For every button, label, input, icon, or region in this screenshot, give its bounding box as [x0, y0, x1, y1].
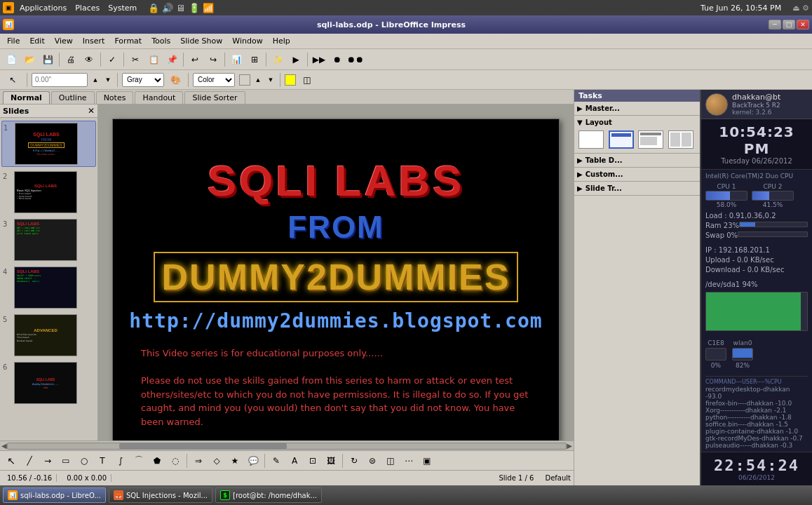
menu-file[interactable]: File	[3, 35, 24, 47]
layout-title[interactable]	[609, 130, 634, 149]
rect-tool[interactable]: ▭	[57, 453, 74, 469]
fill-spin-dn[interactable]: ▼	[266, 76, 276, 83]
scrollbar-thumb[interactable]	[119, 443, 287, 449]
open-button[interactable]: 📂	[21, 52, 38, 67]
tab-handout[interactable]: Handout	[135, 91, 183, 104]
align-tool[interactable]: ⊜	[364, 453, 381, 469]
table-section-header[interactable]: ▶ Table D...	[577, 155, 697, 166]
callout-tool[interactable]: 💬	[245, 453, 262, 469]
paste-button[interactable]: 📌	[163, 52, 180, 67]
cut-button[interactable]: ✂	[127, 52, 144, 67]
taskbar-item-impress[interactable]: 📊 sqli-labs.odp - LibreO...	[3, 487, 106, 503]
places-menu[interactable]: Places	[75, 4, 100, 13]
save-button[interactable]: 💾	[39, 52, 56, 67]
menu-tools[interactable]: Tools	[147, 35, 175, 47]
slide-trans-header[interactable]: ▶ Slide Tr...	[577, 183, 697, 194]
system-menu[interactable]: System	[108, 4, 137, 13]
insert-image[interactable]: 🖼	[323, 453, 339, 469]
fontwork-tool[interactable]: A	[286, 453, 303, 469]
redo-button[interactable]: ↪	[205, 52, 222, 67]
taskbar-item-terminal[interactable]: $ [root@bt: /home/dhak...	[215, 487, 322, 503]
position-spin-up[interactable]: ▲	[90, 76, 100, 83]
menu-insert[interactable]: Insert	[79, 35, 109, 47]
position-input[interactable]	[32, 73, 88, 87]
layout-section-header[interactable]: ▼ Layout	[577, 117, 697, 128]
menu-help[interactable]: Help	[269, 35, 295, 47]
menu-window[interactable]: Window	[228, 35, 266, 47]
layout-blank[interactable]	[578, 130, 604, 149]
cpu1-bar	[705, 191, 747, 201]
slides-panel-close[interactable]: ✕	[88, 106, 95, 116]
menu-view[interactable]: View	[50, 35, 77, 47]
tab-slide-sorter[interactable]: Slide Sorter	[184, 91, 245, 104]
pointer-tool[interactable]: ↖	[3, 453, 20, 469]
circle-tool[interactable]: ◌	[167, 453, 184, 469]
draw-extra[interactable]: ▣	[419, 453, 435, 469]
line-tool[interactable]: ╱	[21, 453, 38, 469]
record2-button[interactable]: ⏺⏺	[347, 52, 364, 67]
menu-edit[interactable]: Edit	[25, 35, 48, 47]
minimize-button[interactable]: ─	[769, 20, 781, 29]
fill-color-swatch[interactable]	[239, 74, 250, 86]
master-section-header[interactable]: ▶ Master...	[577, 103, 697, 114]
curve-tool[interactable]: ∫	[112, 453, 129, 469]
slide-thumbnail-1[interactable]: 1 SQLI LABS FROM DUMMY2DUMMIES http://du…	[1, 121, 96, 167]
block-arrow-tool[interactable]: ⇒	[190, 453, 207, 469]
tab-normal[interactable]: Normal	[3, 91, 50, 104]
polygon-tool[interactable]: ⬟	[149, 453, 165, 469]
undo-button[interactable]: ↩	[187, 52, 203, 67]
horizontal-scrollbar[interactable]: ◀ ▶	[0, 440, 574, 450]
canvas-area[interactable]: SQLI LABS FROM DUMMY2DUMMIES http://dumm…	[98, 105, 574, 440]
tab-notes[interactable]: Notes	[96, 91, 134, 104]
table-button[interactable]: ⊞	[246, 52, 263, 67]
animation-button[interactable]: ▶	[287, 52, 304, 67]
line-color-swatch[interactable]	[285, 74, 296, 86]
slide-thumbnail-5[interactable]: 5 ADVANCED Blind SQL InjectionTime based…	[1, 313, 96, 358]
fill-dropdown[interactable]: Color None Gradient	[193, 73, 235, 87]
slideshow-button[interactable]: ▶▶	[311, 52, 327, 67]
position-spin-dn[interactable]: ▼	[103, 76, 113, 83]
rotate-tool[interactable]: ↻	[346, 453, 363, 469]
custom-anim-header[interactable]: ▶ Custom...	[577, 169, 697, 180]
close-button[interactable]: ✕	[797, 20, 809, 29]
menu-format[interactable]: Format	[110, 35, 146, 47]
layout-content[interactable]	[638, 130, 663, 149]
spell-button[interactable]: ✓	[104, 52, 121, 67]
slide-thumbnail-2[interactable]: 2 SQLI LABS Basic SQL Injection • Error …	[1, 170, 96, 215]
disk-bar	[705, 292, 808, 331]
tab-outline[interactable]: Outline	[51, 91, 95, 104]
color-picker[interactable]: 🎨	[167, 72, 184, 88]
chart-button[interactable]: 📊	[228, 52, 245, 67]
points-tool[interactable]: ✎	[268, 453, 285, 469]
shadow-tool[interactable]: ◫	[382, 453, 399, 469]
more-draw[interactable]: ⋯	[400, 453, 417, 469]
cpu1-pct: 58.0%	[717, 201, 737, 208]
star-tool[interactable]: ★	[226, 453, 243, 469]
master-label: Master...	[586, 105, 620, 112]
slide-thumbnail-6[interactable]: 6 SQLI LABS dummy2dummies... END	[1, 361, 96, 405]
print-button[interactable]: 🖨	[62, 52, 79, 67]
fill-spin-up[interactable]: ▲	[253, 76, 263, 83]
color-dropdown[interactable]: Gray None Color	[122, 73, 164, 87]
select-button[interactable]: ↖	[3, 72, 22, 88]
text-tool[interactable]: T	[94, 453, 111, 469]
record-button[interactable]: ⏺	[329, 52, 346, 67]
copy-button[interactable]: 📋	[145, 52, 162, 67]
effects-button[interactable]: ✨	[269, 52, 286, 67]
preview-button[interactable]: 👁	[81, 52, 97, 67]
crop-tool[interactable]: ⊡	[304, 453, 321, 469]
shadow-toggle[interactable]: ◫	[299, 72, 316, 88]
menu-slideshow[interactable]: Slide Show	[176, 35, 226, 47]
connector-tool[interactable]: ⌒	[130, 453, 147, 469]
ellipse-tool[interactable]: ○	[76, 453, 93, 469]
applications-menu[interactable]: Applications	[20, 4, 67, 13]
taskbar-item-firefox[interactable]: 🦊 SQL Injections - Mozil...	[109, 487, 212, 503]
maximize-button[interactable]: □	[783, 20, 795, 29]
slide-thumbnail-3[interactable]: 3 SQLI LABS GET / id=1 AND 1=1GET / id=1…	[1, 217, 96, 262]
layout-two-col[interactable]	[668, 130, 693, 149]
scrollbar-track[interactable]	[7, 443, 567, 450]
new-button[interactable]: 📄	[3, 52, 20, 67]
slide-thumbnail-4[interactable]: 4 SQLI LABS SELECT * FROM usersUNION SEL…	[1, 265, 96, 310]
arrow-tool[interactable]: →	[39, 453, 56, 469]
flowchart-tool[interactable]: ◇	[208, 453, 225, 469]
